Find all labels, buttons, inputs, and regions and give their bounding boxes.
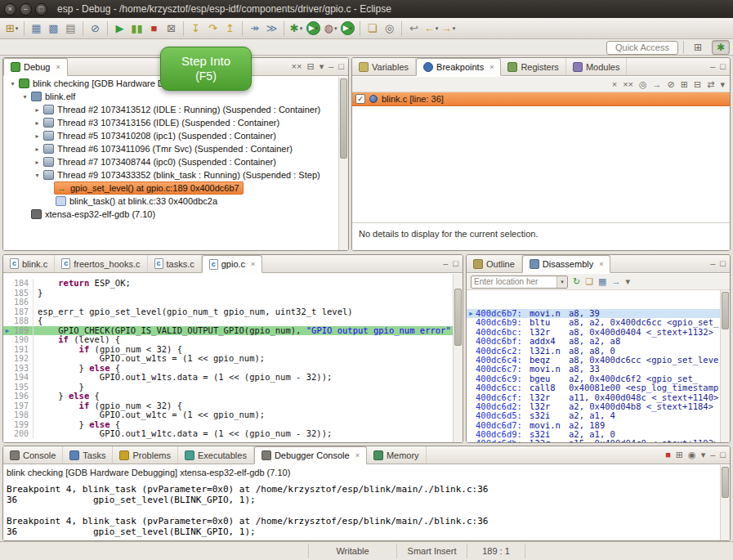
window-minimize-button[interactable]: – <box>20 3 32 16</box>
step-return-button[interactable]: ↥ <box>221 20 239 37</box>
tab-tasks[interactable]: Tasks <box>63 446 113 464</box>
tab-modules[interactable]: Modules <box>566 58 628 75</box>
save-button[interactable]: ▦ <box>28 20 45 37</box>
save-all-button[interactable]: ▩ <box>45 20 62 37</box>
link-with-debug-view-button[interactable]: ⇄ <box>707 80 714 89</box>
tree-twisty-icon[interactable]: ▸ <box>33 146 42 153</box>
maximize-view-button[interactable]: □ <box>720 450 726 459</box>
open-console-button[interactable]: ⊞ <box>676 450 683 459</box>
tab-freertos-hooks-c[interactable]: c freertos_hooks.c <box>55 255 147 272</box>
tab-debug[interactable]: Debug × <box>3 58 68 76</box>
close-tab-icon[interactable]: × <box>599 260 603 268</box>
editor-code-line[interactable]: 184 return ESP_OK; <box>3 279 453 289</box>
console-scrollbar[interactable] <box>720 465 730 540</box>
line-number[interactable]: 188 <box>11 316 34 326</box>
disconnect-button[interactable]: ⊠ <box>163 20 180 37</box>
minimize-view-button[interactable]: – <box>710 259 715 268</box>
tab-variables[interactable]: Variables <box>352 58 416 75</box>
tree-twisty-icon[interactable]: ▸ <box>33 159 42 166</box>
minimize-view-button[interactable]: – <box>329 62 333 71</box>
maximize-view-button[interactable]: □ <box>338 62 344 71</box>
show-breakpoints-for-selection-button[interactable]: ◎ <box>639 80 647 89</box>
collapse-all-button[interactable]: ⊟ <box>694 80 701 89</box>
maximize-view-button[interactable]: □ <box>720 62 726 71</box>
show-opcodes-toggle[interactable]: ▦ <box>598 277 606 286</box>
line-number[interactable]: 196 <box>11 392 34 401</box>
instruction-stepping-button[interactable]: ↠ <box>246 20 263 37</box>
close-tab-icon[interactable]: × <box>56 63 60 71</box>
disassembly-line[interactable]: 400dc6db:l32ra15, 0x400d04c0 <_stext+119… <box>467 439 720 442</box>
debug-tree-row[interactable]: ▸Thread #3 1073413156 (IDLE) (Suspended … <box>3 116 348 129</box>
minimize-view-button[interactable]: – <box>710 62 715 71</box>
scrollbar-thumb[interactable] <box>722 292 729 329</box>
line-number[interactable]: 198 <box>11 410 34 420</box>
terminate-button[interactable]: ■ <box>145 20 163 37</box>
debug-tree-row[interactable]: ▸Thread #5 1073410208 (ipc1) (Suspended … <box>3 129 348 142</box>
editor-code-line[interactable]: 187esp_err_t gpio_set_level(gpio_num_t g… <box>3 307 453 317</box>
suspend-button[interactable]: ▮▮ <box>128 20 145 37</box>
disassembly-line[interactable]: 400dc6bf:addx4a8, a2, a8 <box>467 337 720 346</box>
last-edit-location-button[interactable]: ↩ <box>405 20 422 37</box>
view-menu-icon[interactable]: ▾ <box>701 450 706 459</box>
back-button[interactable]: ← <box>422 20 440 37</box>
view-menu-icon[interactable]: ▾ <box>320 62 324 71</box>
tab-tasks-c[interactable]: c tasks.c <box>148 255 202 272</box>
breakpoint-checkbox[interactable]: ✓ <box>355 94 365 104</box>
editor-code-line[interactable]: 200 GPIO.out1_w1tc.data = (1 << (gpio_nu… <box>3 429 453 439</box>
skip-all-breakpoints-button[interactable]: ⊘ <box>668 80 675 89</box>
sync-with-pc-button[interactable]: → <box>612 277 621 286</box>
debug-scrollbar[interactable] <box>338 77 348 250</box>
minimize-view-button[interactable]: – <box>710 450 715 459</box>
line-number[interactable]: 189 <box>11 326 34 336</box>
tab-console[interactable]: Console <box>3 446 63 464</box>
collapse-all-button[interactable]: ⊟ <box>306 62 314 71</box>
debug-tree-row[interactable]: ▾blink.elf <box>3 90 348 103</box>
code-editor[interactable]: 184 return ESP_OK;185}186187esp_err_t gp… <box>3 274 453 442</box>
location-combo[interactable]: ▾ <box>471 276 568 289</box>
line-number[interactable]: 187 <box>11 307 34 317</box>
step-over-button[interactable]: ↷ <box>204 20 221 37</box>
line-number[interactable]: 192 <box>11 354 34 364</box>
editor-scrollbar[interactable] <box>453 274 463 442</box>
debug-tree-row[interactable]: ▸Thread #6 1073411096 (Tmr Svc) (Suspend… <box>3 142 348 155</box>
forward-button[interactable]: → <box>440 20 457 37</box>
use-step-filters-button[interactable]: ≫ <box>263 20 280 37</box>
line-number[interactable]: 193 <box>11 364 34 374</box>
tree-twisty-icon[interactable]: ▸ <box>33 132 42 140</box>
editor-code-line[interactable]: 185} <box>3 289 453 298</box>
line-number[interactable]: 191 <box>11 345 34 355</box>
scrollbar-thumb[interactable] <box>340 78 347 159</box>
line-number[interactable]: 194 <box>11 373 34 383</box>
expand-all-button[interactable]: ⊞ <box>681 80 688 89</box>
new-wizard-button[interactable]: ⊞ <box>3 20 20 37</box>
debug-tree-row[interactable]: →gpio_set_level() at gpio.c:189 0x400dc6… <box>3 181 348 195</box>
disassembly-line[interactable]: 400dc6cc:call80x40081e00 <esp_log_timest… <box>467 383 720 392</box>
tab-blink-c[interactable]: c blink.c <box>3 255 55 272</box>
quick-access-button[interactable]: Quick Access <box>606 41 678 55</box>
go-to-file-button[interactable]: → <box>653 80 662 89</box>
show-source-toggle[interactable]: ❏ <box>585 277 593 286</box>
debug-tree-row[interactable]: xtensa-esp32-elf-gdb (7.10) <box>3 208 348 221</box>
debug-perspective-button[interactable]: ✱ <box>712 40 730 55</box>
step-into-button[interactable]: ↧ <box>187 20 204 37</box>
maximize-view-button[interactable]: □ <box>453 259 458 268</box>
search-button[interactable]: ◎ <box>381 20 398 37</box>
tab-executables[interactable]: Executables <box>178 446 254 464</box>
terminate-button[interactable]: ■ <box>665 450 671 459</box>
resume-button[interactable]: ▶ <box>111 20 128 37</box>
remove-breakpoint-button[interactable]: × <box>612 80 617 89</box>
tab-disassembly[interactable]: Disassembly × <box>522 255 611 273</box>
tab-outline[interactable]: Outline <box>467 255 522 272</box>
debug-tree-row[interactable]: ▸Thread #2 1073413512 (IDLE : Running) (… <box>3 103 348 116</box>
view-menu-icon[interactable]: ▾ <box>720 80 725 89</box>
debug-tree-row[interactable]: ▸Thread #7 1073408744 (ipc0) (Suspended … <box>3 155 348 168</box>
close-tab-icon[interactable]: × <box>489 63 494 71</box>
close-tab-icon[interactable]: × <box>355 451 360 459</box>
line-number[interactable]: 197 <box>11 401 34 411</box>
skip-all-breakpoints-button[interactable]: ⊘ <box>87 20 104 37</box>
disassembly-listing[interactable]: ▶400dc6b7:movi.na8, 39400dc6b9:bltua8, a… <box>467 309 720 442</box>
line-number[interactable]: 184 <box>11 279 34 289</box>
debug-button[interactable]: ✱ <box>288 20 305 37</box>
debug-tree-row[interactable]: blink_task() at blink.c:33 0x400dbc2a <box>3 195 348 208</box>
tab-registers[interactable]: Registers <box>501 58 565 75</box>
